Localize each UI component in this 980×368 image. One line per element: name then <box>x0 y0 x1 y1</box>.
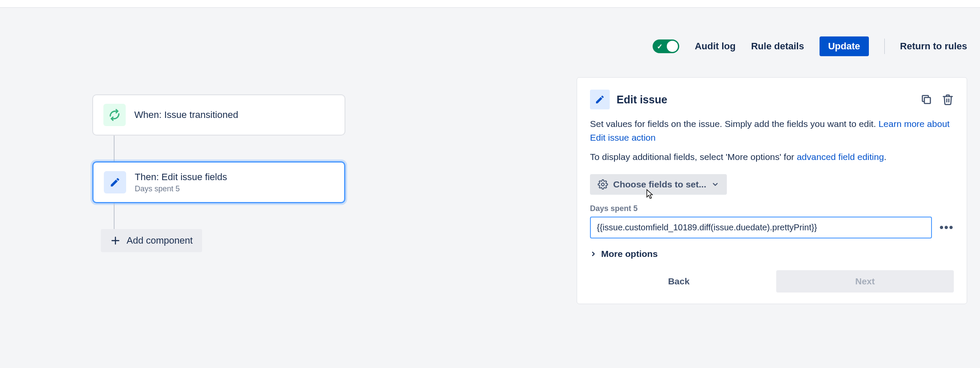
more-options-label: More options <box>601 249 658 259</box>
copy-icon[interactable] <box>920 94 932 106</box>
divider <box>884 39 885 54</box>
trash-icon[interactable] <box>942 94 954 106</box>
cursor-icon <box>645 189 654 200</box>
panel-header: Edit issue <box>590 90 954 109</box>
connector-line <box>114 136 115 161</box>
panel-description-1: Set values for fields on the issue. Simp… <box>590 117 954 144</box>
action-subtitle: Days spent 5 <box>135 184 227 193</box>
check-icon: ✓ <box>657 42 662 51</box>
next-button: Next <box>776 270 954 293</box>
top-app-bar <box>0 0 980 8</box>
update-button[interactable]: Update <box>820 36 869 56</box>
days-spent-input[interactable] <box>590 217 932 238</box>
return-to-rules-link[interactable]: Return to rules <box>900 41 967 52</box>
toggle-knob <box>667 41 678 52</box>
audit-log-link[interactable]: Audit log <box>695 41 735 52</box>
rule-details-link[interactable]: Rule details <box>751 41 804 52</box>
trigger-title: When: Issue transitioned <box>134 109 238 121</box>
plus-icon <box>110 235 121 246</box>
pencil-icon <box>590 90 610 109</box>
trigger-node[interactable]: When: Issue transitioned <box>92 94 345 136</box>
add-component-label: Add component <box>127 235 193 246</box>
choose-fields-dropdown[interactable]: Choose fields to set... <box>590 174 727 195</box>
chevron-down-icon <box>711 181 719 188</box>
advanced-field-editing-link[interactable]: advanced field editing <box>797 152 884 162</box>
back-button[interactable]: Back <box>590 270 768 293</box>
connector-line <box>114 203 115 229</box>
add-component-button[interactable]: Add component <box>101 229 202 252</box>
choose-fields-label: Choose fields to set... <box>613 179 706 190</box>
transition-icon <box>103 104 126 126</box>
gear-icon <box>598 179 608 190</box>
edit-issue-panel: Edit issue Set values for fields on the … <box>577 77 967 304</box>
svg-point-3 <box>602 183 604 185</box>
panel-description-2: To display additional fields, select 'Mo… <box>590 150 954 164</box>
svg-rect-2 <box>924 97 930 103</box>
field-more-actions[interactable]: ••• <box>940 221 954 234</box>
automation-flow-canvas: When: Issue transitioned Then: Edit issu… <box>92 94 350 252</box>
chevron-right-icon <box>590 250 597 257</box>
field-label-days-spent: Days spent 5 <box>590 204 954 213</box>
rule-action-bar: ✓ Audit log Rule details Update Return t… <box>653 36 967 56</box>
more-options-toggle[interactable]: More options <box>590 249 954 259</box>
panel-title: Edit issue <box>617 94 667 106</box>
action-node-edit-issue[interactable]: Then: Edit issue fields Days spent 5 <box>92 161 345 203</box>
action-title: Then: Edit issue fields <box>135 172 227 183</box>
rule-enabled-toggle[interactable]: ✓ <box>653 39 679 53</box>
pencil-icon <box>104 171 126 193</box>
